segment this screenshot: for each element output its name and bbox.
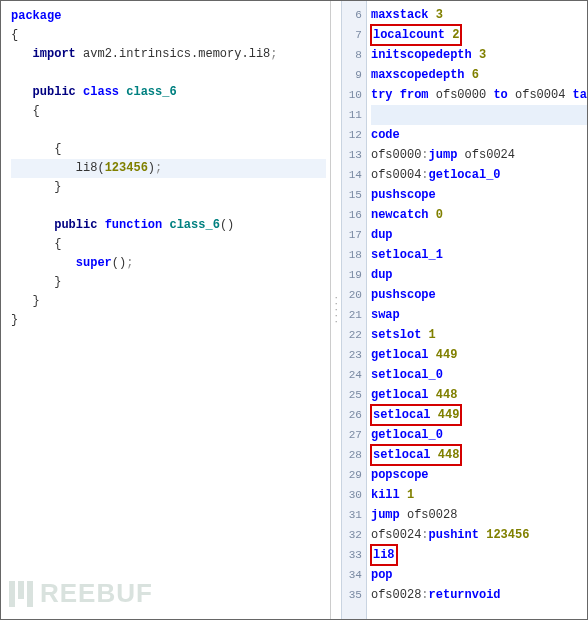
highlight-box: li8 — [371, 545, 397, 565]
bytecode-line[interactable]: dup — [371, 225, 587, 245]
bytecode-line[interactable]: code — [371, 125, 587, 145]
bytecode-line[interactable]: dup — [371, 265, 587, 285]
source-line[interactable]: } — [11, 273, 326, 292]
bytecode-line[interactable]: maxstack 3 — [371, 5, 587, 25]
line-number: 31 — [342, 505, 366, 525]
line-number: 22 — [342, 325, 366, 345]
bytecode-line[interactable]: ofs0004:getlocal_0 — [371, 165, 587, 185]
source-line[interactable]: { — [11, 26, 326, 45]
bytecode-line[interactable]: li8 — [371, 545, 587, 565]
bytecode-line[interactable]: swap — [371, 305, 587, 325]
source-line[interactable]: li8(123456); — [11, 159, 326, 178]
bytecode-line[interactable]: kill 1 — [371, 485, 587, 505]
source-line[interactable]: { — [11, 140, 326, 159]
line-number: 19 — [342, 265, 366, 285]
bytecode-line[interactable]: setlocal_1 — [371, 245, 587, 265]
bytecode-line[interactable]: ofs0028:returnvoid — [371, 585, 587, 605]
line-number: 33 — [342, 545, 366, 565]
bytecode-line[interactable]: pushscope — [371, 285, 587, 305]
source-line[interactable]: { — [11, 102, 326, 121]
bytecode-line[interactable]: setlocal 449 — [371, 405, 587, 425]
editor-container: package{ import avm2.intrinsics.memory.l… — [0, 0, 588, 620]
line-number: 14 — [342, 165, 366, 185]
source-line[interactable]: package — [11, 7, 326, 26]
line-number: 7 — [342, 25, 366, 45]
source-line[interactable] — [11, 197, 326, 216]
highlight-box: setlocal 448 — [371, 445, 461, 465]
bytecode-code[interactable]: maxstack 3localcount 2initscopedepth 3ma… — [367, 1, 587, 619]
bytecode-line[interactable]: pushscope — [371, 185, 587, 205]
bytecode-line[interactable]: pop — [371, 565, 587, 585]
bytecode-line[interactable]: ofs0024:pushint 123456 — [371, 525, 587, 545]
line-number: 28 — [342, 445, 366, 465]
bytecode-line[interactable]: localcount 2 — [371, 25, 587, 45]
highlight-box: setlocal 449 — [371, 405, 461, 425]
line-number: 34 — [342, 565, 366, 585]
line-number: 15 — [342, 185, 366, 205]
line-number: 9 — [342, 65, 366, 85]
line-number: 6 — [342, 5, 366, 25]
line-gutter: 6789101112131415161718192021222324252627… — [341, 1, 367, 619]
watermark-text: REEBUF — [40, 578, 153, 609]
source-line[interactable]: public class class_6 — [11, 83, 326, 102]
bytecode-line[interactable]: maxscopedepth 6 — [371, 65, 587, 85]
splitter-handle[interactable]: ····· — [330, 1, 341, 619]
source-line[interactable]: import avm2.intrinsics.memory.li8; — [11, 45, 326, 64]
bytecode-line[interactable]: getlocal_0 — [371, 425, 587, 445]
highlight-box: localcount 2 — [371, 25, 461, 45]
bytecode-line[interactable]: initscopedepth 3 — [371, 45, 587, 65]
line-number: 10 — [342, 85, 366, 105]
bytecode-line[interactable]: setlocal_0 — [371, 365, 587, 385]
line-number: 18 — [342, 245, 366, 265]
bytecode-line[interactable]: ofs0000:jump ofs0024 — [371, 145, 587, 165]
source-line[interactable] — [11, 64, 326, 83]
source-line[interactable]: super(); — [11, 254, 326, 273]
line-number: 29 — [342, 465, 366, 485]
source-line[interactable]: } — [11, 292, 326, 311]
bytecode-line[interactable]: setlocal 448 — [371, 445, 587, 465]
line-number: 13 — [342, 145, 366, 165]
source-pane[interactable]: package{ import avm2.intrinsics.memory.l… — [1, 1, 330, 619]
line-number: 21 — [342, 305, 366, 325]
watermark: REEBUF — [9, 578, 153, 609]
bytecode-line[interactable]: popscope — [371, 465, 587, 485]
line-number: 35 — [342, 585, 366, 605]
bytecode-line[interactable]: jump ofs0028 — [371, 505, 587, 525]
line-number: 12 — [342, 125, 366, 145]
line-number: 24 — [342, 365, 366, 385]
source-line[interactable]: } — [11, 178, 326, 197]
bytecode-pane[interactable]: 6789101112131415161718192021222324252627… — [341, 1, 587, 619]
source-line[interactable] — [11, 121, 326, 140]
bytecode-line[interactable] — [371, 105, 587, 125]
line-number: 16 — [342, 205, 366, 225]
source-line[interactable]: } — [11, 311, 326, 330]
bytecode-line[interactable]: getlocal 448 — [371, 385, 587, 405]
bytecode-line[interactable]: try from ofs0000 to ofs0004 ta — [371, 85, 587, 105]
bytecode-line[interactable]: getlocal 449 — [371, 345, 587, 365]
line-number: 11 — [342, 105, 366, 125]
bytecode-line[interactable]: newcatch 0 — [371, 205, 587, 225]
line-number: 8 — [342, 45, 366, 65]
line-number: 27 — [342, 425, 366, 445]
line-number: 23 — [342, 345, 366, 365]
line-number: 17 — [342, 225, 366, 245]
line-number: 26 — [342, 405, 366, 425]
line-number: 25 — [342, 385, 366, 405]
line-number: 20 — [342, 285, 366, 305]
line-number: 32 — [342, 525, 366, 545]
bytecode-line[interactable]: setslot 1 — [371, 325, 587, 345]
source-line[interactable]: public function class_6() — [11, 216, 326, 235]
line-number: 30 — [342, 485, 366, 505]
source-line[interactable]: { — [11, 235, 326, 254]
